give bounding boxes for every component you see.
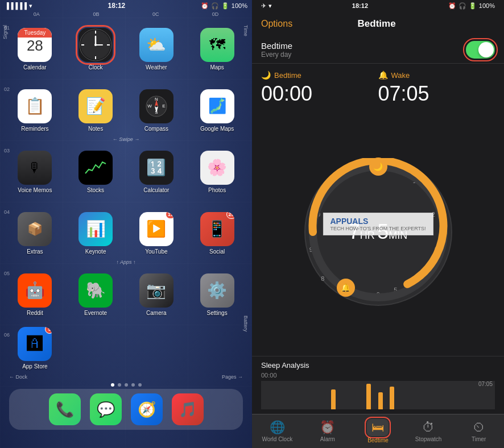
camera-emoji: 📷 bbox=[146, 281, 166, 300]
googlemaps-label: Google Maps bbox=[200, 126, 234, 132]
bedtime-handle[interactable]: 🌙 bbox=[369, 157, 387, 176]
app-weather[interactable]: ⛅ Weather bbox=[126, 28, 187, 75]
tab-stopwatch[interactable]: ⏱ Stopwatch bbox=[403, 414, 454, 448]
app-notes[interactable]: 📝 Notes bbox=[65, 89, 126, 136]
photos-label: Photos bbox=[208, 187, 226, 193]
col-label-0c: 0C bbox=[126, 11, 186, 20]
tab-timer[interactable]: ⏲ Timer bbox=[453, 414, 504, 448]
bedtime-section: 🌙 Bedtime 00:00 bbox=[261, 70, 378, 106]
reddit-emoji: 🤖 bbox=[25, 281, 45, 300]
page-dot-2 bbox=[118, 383, 121, 387]
bedtime-value: 00:00 bbox=[261, 82, 378, 106]
options-button[interactable]: Options bbox=[261, 19, 292, 29]
battery-icon: 🔋 bbox=[221, 2, 229, 10]
left-screen: Signal Time Battery ▐▐▐▐▐ ▾ 18:12 ⏰ 🎧 🔋 … bbox=[0, 0, 252, 448]
tab-bar: 🌐 World Clock ⏰ Alarm 🛏 Bedtime ⏱ Stopwa… bbox=[252, 414, 504, 448]
social-emoji: 📱 bbox=[207, 219, 227, 238]
reddit-label: Reddit bbox=[27, 310, 43, 316]
app-settings[interactable]: ⚙️ Settings bbox=[187, 273, 247, 321]
tab-alarm[interactable]: ⏰ Alarm bbox=[303, 414, 353, 448]
app-voicememos[interactable]: 🎙 Voice Memos bbox=[5, 151, 65, 198]
app-appstore[interactable]: 🅰 5 App Store bbox=[5, 327, 65, 374]
headphone-right-icon: 🎧 bbox=[458, 2, 466, 10]
battery-pct: 100% bbox=[232, 2, 247, 9]
voicememo-emoji: 🎙 bbox=[28, 160, 42, 176]
appstore-label: App Store bbox=[22, 363, 47, 370]
calculator-emoji: 🔢 bbox=[146, 158, 166, 177]
grid-row-01: 01 Tuesday 28 Calendar bbox=[5, 20, 247, 82]
app-reminders[interactable]: 📋 Reminders bbox=[5, 89, 65, 136]
app-keynote[interactable]: 📊 Keynote bbox=[65, 212, 126, 259]
appstore-badge: 5 bbox=[45, 327, 52, 334]
right-status-time: 18:12 bbox=[352, 2, 368, 9]
page-dots bbox=[5, 381, 247, 389]
world-clock-icon: 🌐 bbox=[270, 420, 285, 435]
app-camera[interactable]: 📷 Camera bbox=[126, 273, 187, 321]
clock-ring: 12 1 2 3 4 5 6 7 8 9 10 11 7HR 5MIN bbox=[304, 158, 452, 306]
battery-vertical-label: Battery bbox=[243, 316, 249, 332]
dock-messages[interactable]: 💬 bbox=[90, 393, 122, 425]
maps-label: Maps bbox=[210, 64, 224, 70]
app-calendar[interactable]: Tuesday 28 Calendar bbox=[5, 28, 65, 75]
grid-row-04: 04 📦 Extras 📊 Keynote ▶️ 11 YouTube bbox=[5, 205, 247, 266]
messages-emoji: 💬 bbox=[97, 401, 115, 418]
svg-text:W: W bbox=[147, 103, 152, 109]
row-label-02: 02 bbox=[2, 86, 11, 92]
safari-emoji: 🧭 bbox=[138, 401, 156, 418]
app-reddit[interactable]: 🤖 Reddit bbox=[5, 273, 65, 321]
pages-label: Pages → bbox=[222, 374, 243, 380]
row-label-06: 06 bbox=[2, 332, 11, 338]
swipe-label: ← Swipe → bbox=[113, 136, 140, 142]
svg-text:E: E bbox=[162, 103, 165, 109]
settings-emoji: ⚙️ bbox=[207, 281, 227, 300]
svg-point-8 bbox=[94, 44, 97, 46]
youtube-badge: 11 bbox=[166, 212, 173, 219]
social-badge: 25 bbox=[226, 212, 234, 219]
bedtime-toggle[interactable] bbox=[466, 41, 495, 59]
sleep-bar-container: 07:05 bbox=[261, 381, 495, 409]
app-compass[interactable]: N S W E Compass bbox=[126, 89, 187, 136]
times-row: 🌙 Bedtime 00:00 🔔 Wake 07:05 bbox=[252, 64, 504, 108]
appstore-emoji: 🅰 bbox=[27, 334, 43, 353]
sleep-bar-1 bbox=[331, 389, 336, 409]
dock-row: 📞 💬 🧭 🎵 bbox=[9, 389, 243, 430]
dock-phone[interactable]: 📞 bbox=[49, 393, 81, 425]
evernote-emoji: 🐘 bbox=[86, 281, 106, 300]
alarm-tab-label: Alarm bbox=[320, 436, 335, 442]
app-evernote[interactable]: 🐘 Evernote bbox=[65, 273, 126, 321]
dock-safari[interactable]: 🧭 bbox=[131, 393, 163, 425]
app-extras[interactable]: 📦 Extras bbox=[5, 212, 65, 259]
app-photos[interactable]: 🌸 Photos bbox=[187, 151, 247, 198]
app-youtube[interactable]: ▶️ 11 YouTube bbox=[126, 212, 187, 259]
dock-music[interactable]: 🎵 bbox=[172, 393, 204, 425]
grid-row-06: 06 🅰 5 App Store bbox=[5, 327, 247, 373]
world-clock-label: World Clock bbox=[262, 436, 292, 442]
bedtime-row-label: Bedtime bbox=[261, 41, 292, 51]
app-stocks[interactable]: Stocks bbox=[65, 151, 126, 198]
photos-emoji: 🌸 bbox=[207, 158, 227, 177]
timer-tab-label: Timer bbox=[472, 436, 486, 442]
tab-bedtime[interactable]: 🛏 Bedtime bbox=[353, 414, 403, 448]
app-googlemaps[interactable]: 🗾 Google Maps bbox=[187, 89, 247, 136]
tab-world-clock[interactable]: 🌐 World Clock bbox=[252, 414, 303, 448]
bedtime-tab-bg: 🛏 bbox=[367, 419, 389, 436]
wake-handle[interactable]: 🔔 bbox=[337, 279, 355, 297]
social-label: Social bbox=[209, 248, 225, 255]
app-calculator[interactable]: 🔢 Calculator bbox=[126, 151, 187, 198]
keynote-label: Keynote bbox=[85, 248, 106, 255]
airplane-icon: ✈ bbox=[261, 2, 266, 10]
compass-svg: N S W E bbox=[145, 95, 168, 118]
sleep-start-time: 00:00 bbox=[261, 372, 495, 379]
bedtime-row-sublabel: Every day bbox=[261, 51, 292, 59]
ring-svg bbox=[304, 158, 452, 306]
bedtime-tab-label: Bedtime bbox=[367, 437, 389, 443]
app-clock[interactable]: Clock bbox=[65, 28, 126, 75]
apps-label: ↑ Apps ↑ bbox=[116, 259, 135, 265]
grid-row-05: 05 🤖 Reddit 🐘 Evernote 📷 Camera bbox=[5, 266, 247, 327]
app-maps[interactable]: 🗺 Maps bbox=[187, 28, 247, 75]
timer-tab-icon: ⏲ bbox=[473, 420, 485, 435]
youtube-emoji: ▶️ bbox=[146, 219, 166, 238]
page-dot-3 bbox=[125, 383, 128, 387]
app-social[interactable]: 📱 25 Social bbox=[187, 212, 247, 259]
wake-section-label: Wake bbox=[391, 71, 410, 80]
